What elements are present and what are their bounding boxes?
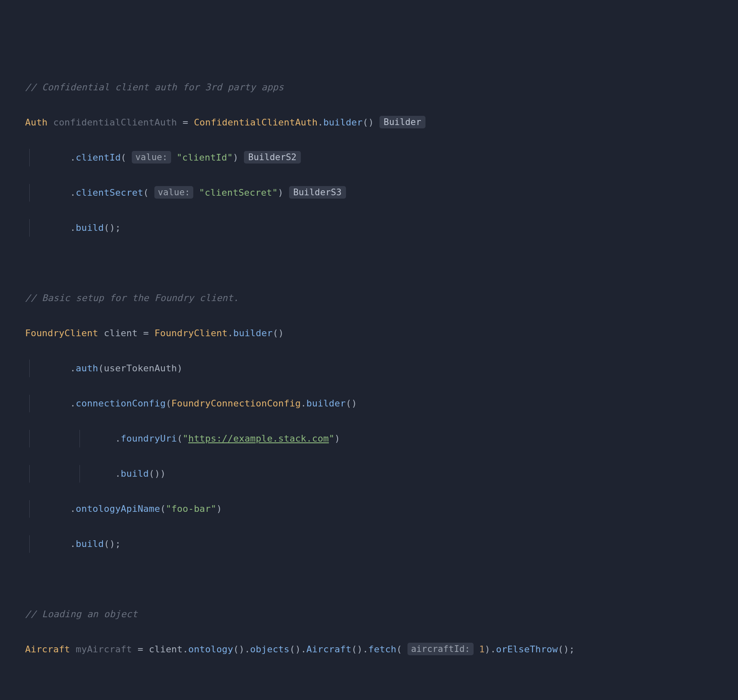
punct: = bbox=[132, 644, 149, 654]
punct: . bbox=[115, 433, 120, 444]
inlay-param: aircraftId: bbox=[407, 643, 473, 655]
punct: . bbox=[244, 644, 250, 654]
type: ConfidentialClientAuth bbox=[194, 117, 318, 128]
punct: . bbox=[70, 539, 76, 549]
method: clientId bbox=[76, 152, 121, 163]
punct: . bbox=[115, 468, 120, 479]
inlay-param: value: bbox=[132, 151, 171, 164]
punct: ) bbox=[160, 468, 166, 479]
punct: . bbox=[70, 187, 76, 198]
punct: ) bbox=[357, 644, 362, 654]
punct: . bbox=[182, 644, 188, 654]
punct: ( bbox=[290, 644, 295, 654]
punct: ) bbox=[239, 644, 244, 654]
var-decl: myAircraft bbox=[76, 644, 132, 654]
var-decl: confidentialClientAuth bbox=[53, 117, 177, 128]
number: 1 bbox=[479, 644, 484, 654]
method: builder bbox=[233, 328, 273, 338]
punct: ( bbox=[149, 468, 154, 479]
punct: ( bbox=[104, 222, 109, 233]
code-editor[interactable]: // Confidential client auth for 3rd part… bbox=[25, 79, 721, 700]
type: FoundryClient bbox=[25, 328, 98, 338]
punct: ( bbox=[104, 539, 109, 549]
method: connectionConfig bbox=[76, 398, 166, 409]
punct: . bbox=[70, 363, 76, 373]
punct: ( bbox=[177, 433, 182, 444]
punct: ) bbox=[335, 433, 340, 444]
method: Aircraft bbox=[306, 644, 351, 654]
comment: // Loading an object bbox=[25, 609, 138, 619]
punct: . bbox=[301, 398, 306, 409]
type: Auth bbox=[25, 117, 48, 128]
inlay-param: value: bbox=[154, 186, 193, 199]
var-decl: client bbox=[104, 328, 138, 338]
punct: ( bbox=[397, 644, 402, 654]
method: build bbox=[76, 222, 104, 233]
method: builder bbox=[306, 398, 346, 409]
punct: ) bbox=[564, 644, 569, 654]
punct: ) bbox=[216, 503, 222, 514]
punct: ) bbox=[485, 644, 490, 654]
comment: // Confidential client auth for 3rd part… bbox=[25, 82, 284, 92]
string: "clientSecret" bbox=[199, 187, 278, 198]
string-quote: " bbox=[329, 433, 334, 444]
punct: . bbox=[70, 398, 76, 409]
punct: ) bbox=[233, 152, 238, 163]
punct: ( bbox=[98, 363, 104, 373]
method: orElseThrow bbox=[496, 644, 558, 654]
punct: ; bbox=[115, 222, 120, 233]
method: ontologyApiName bbox=[76, 503, 160, 514]
punct: ) bbox=[295, 644, 300, 654]
punct: ( bbox=[121, 152, 126, 163]
method: fetch bbox=[368, 644, 396, 654]
punct: ) bbox=[368, 117, 374, 128]
punct: ) bbox=[177, 363, 182, 373]
type: FoundryClient bbox=[154, 328, 228, 338]
punct: ) bbox=[351, 398, 357, 409]
inlay-hint: Builder bbox=[379, 116, 425, 128]
punct: . bbox=[70, 503, 76, 514]
punct: ) bbox=[278, 328, 284, 338]
type: Aircraft bbox=[25, 644, 70, 654]
punct: ( bbox=[363, 117, 368, 128]
punct: . bbox=[70, 152, 76, 163]
punct: . bbox=[363, 644, 368, 654]
punct: ( bbox=[233, 644, 239, 654]
method: auth bbox=[76, 363, 98, 373]
method: clientSecret bbox=[76, 187, 143, 198]
punct: ( bbox=[160, 503, 166, 514]
string: "clientId" bbox=[177, 152, 233, 163]
method: ontology bbox=[188, 644, 233, 654]
url[interactable]: https://example.stack.com bbox=[188, 433, 329, 444]
punct: ( bbox=[143, 187, 149, 198]
punct: . bbox=[228, 328, 233, 338]
punct: ) bbox=[110, 222, 115, 233]
punct: ( bbox=[558, 644, 563, 654]
punct: . bbox=[490, 644, 496, 654]
punct: = bbox=[138, 328, 154, 338]
comment: // Basic setup for the Foundry client. bbox=[25, 293, 239, 303]
punct: . bbox=[70, 222, 76, 233]
punct: . bbox=[301, 644, 306, 654]
method: builder bbox=[323, 117, 363, 128]
string: "foo-bar" bbox=[166, 503, 216, 514]
punct: = bbox=[177, 117, 194, 128]
method: build bbox=[76, 539, 104, 549]
type: FoundryConnectionConfig bbox=[172, 398, 301, 409]
string-quote: " bbox=[182, 433, 188, 444]
inlay-hint: BuilderS2 bbox=[244, 151, 301, 164]
punct: . bbox=[318, 117, 323, 128]
punct: ) bbox=[154, 468, 160, 479]
punct: ; bbox=[115, 539, 120, 549]
punct: ( bbox=[346, 398, 351, 409]
identifier: client bbox=[149, 644, 183, 654]
punct: ) bbox=[278, 187, 283, 198]
method: foundryUri bbox=[121, 433, 177, 444]
punct: ; bbox=[569, 644, 574, 654]
inlay-hint: BuilderS3 bbox=[289, 186, 346, 199]
punct: ( bbox=[273, 328, 278, 338]
punct: ( bbox=[351, 644, 357, 654]
method: build bbox=[121, 468, 149, 479]
punct: ( bbox=[166, 398, 171, 409]
method: objects bbox=[250, 644, 290, 654]
